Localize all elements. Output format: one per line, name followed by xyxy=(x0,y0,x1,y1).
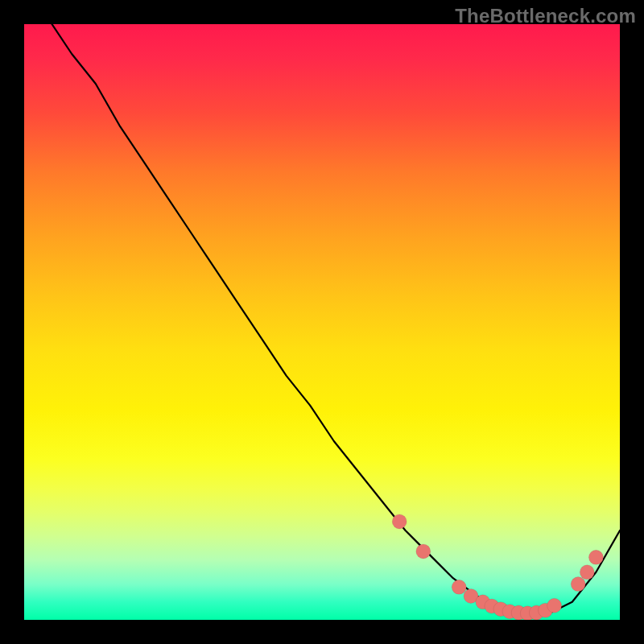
curve-marker xyxy=(580,565,594,580)
curve-marker xyxy=(571,577,585,592)
curve-markers xyxy=(392,514,603,620)
curve-marker xyxy=(392,514,407,529)
curve-marker xyxy=(547,598,562,613)
curve-svg xyxy=(24,24,620,620)
plot-area xyxy=(24,24,620,620)
curve-marker xyxy=(588,550,603,564)
bottleneck-curve xyxy=(24,24,620,614)
curve-marker xyxy=(416,544,431,559)
chart-stage: TheBottleneck.com xyxy=(0,0,644,644)
curve-marker xyxy=(452,580,466,594)
watermark-text: TheBottleneck.com xyxy=(455,5,636,27)
